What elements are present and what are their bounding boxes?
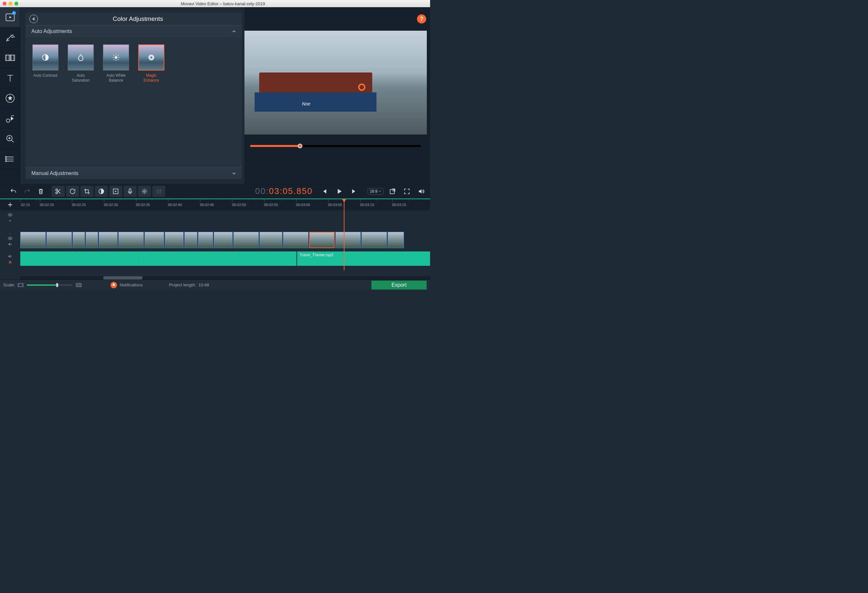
- rotate-button[interactable]: [66, 186, 79, 197]
- star-circle-icon: [148, 54, 155, 61]
- video-clip[interactable]: [283, 232, 309, 248]
- timeline-zoom-slider[interactable]: [27, 284, 72, 286]
- sidebar-callouts[interactable]: [0, 108, 20, 129]
- preset-label: Auto Saturation: [67, 73, 94, 83]
- redo-button[interactable]: [21, 186, 33, 197]
- video-clip[interactable]: [335, 232, 361, 248]
- color-adjust-button[interactable]: [95, 186, 108, 197]
- tool-sidebar: !: [0, 7, 20, 184]
- video-clip[interactable]: [86, 232, 98, 248]
- add-track-button[interactable]: [0, 199, 20, 210]
- video-clip[interactable]: [388, 232, 404, 248]
- panel-back-button[interactable]: [30, 15, 38, 23]
- maximize-window-button[interactable]: [14, 1, 18, 6]
- speaker-icon[interactable]: [7, 242, 13, 247]
- video-clip[interactable]: [99, 232, 118, 248]
- aspect-ratio-selector[interactable]: 16:9: [368, 188, 384, 195]
- link-icon[interactable]: [7, 218, 13, 223]
- notifications-label: Notifications: [120, 283, 143, 287]
- timeline-scrollbar[interactable]: [20, 276, 430, 280]
- zoom-out-timeline-icon[interactable]: [18, 283, 24, 287]
- minimize-window-button[interactable]: [9, 1, 12, 6]
- contrast-icon: [41, 54, 49, 61]
- svg-point-1: [12, 35, 13, 35]
- video-clip[interactable]: [118, 232, 144, 248]
- life-ring-icon: [358, 84, 365, 91]
- manual-adjustments-section[interactable]: Manual Adjustments: [25, 167, 242, 179]
- audio-track[interactable]: Travel_Theme.mp3: [20, 252, 430, 266]
- video-clip[interactable]: [72, 232, 85, 248]
- split-button[interactable]: [52, 186, 65, 197]
- svg-point-20: [143, 190, 145, 192]
- detach-preview-button[interactable]: [386, 186, 399, 197]
- eye-icon[interactable]: [7, 236, 13, 241]
- export-button[interactable]: Export: [371, 281, 427, 290]
- video-clip[interactable]: [185, 232, 197, 248]
- sidebar-filters[interactable]: [0, 28, 20, 48]
- progress-knob[interactable]: [298, 144, 302, 148]
- zoom-in-timeline-icon[interactable]: [76, 283, 82, 287]
- delete-button[interactable]: [35, 186, 47, 197]
- preset-magic-enhance[interactable]: Magic Enhance: [138, 44, 165, 160]
- help-button[interactable]: ?: [417, 14, 426, 24]
- svg-point-3: [12, 37, 12, 37]
- video-clip[interactable]: [20, 232, 46, 248]
- record-audio-button[interactable]: [124, 186, 137, 197]
- video-clip[interactable]: [233, 232, 259, 248]
- play-button[interactable]: [333, 186, 345, 197]
- sidebar-zoom-pan[interactable]: [0, 129, 20, 149]
- svg-point-26: [10, 238, 11, 239]
- speaker-icon[interactable]: [7, 254, 13, 259]
- preview-progress-slider[interactable]: [250, 145, 421, 147]
- undo-button[interactable]: [7, 186, 19, 197]
- sidebar-stickers[interactable]: [0, 88, 20, 108]
- crop-button[interactable]: [80, 186, 93, 197]
- audio-clip[interactable]: [20, 252, 297, 266]
- equalizer-button[interactable]: [152, 186, 165, 197]
- text-track-head: [0, 210, 20, 224]
- text-track[interactable]: [20, 210, 430, 224]
- svg-point-11: [5, 160, 6, 161]
- sidebar-titles[interactable]: [0, 68, 20, 88]
- sidebar-more[interactable]: [0, 149, 20, 169]
- video-track-icon: [7, 233, 13, 234]
- clip-properties-button[interactable]: [109, 186, 122, 197]
- clip-settings-button[interactable]: [138, 186, 151, 197]
- window-title: Movavi Video Editor – batuv-kanal-cely-2…: [18, 1, 427, 6]
- status-footer: Scale: Notifications Project length: 10:…: [0, 280, 430, 290]
- auto-adjustments-section[interactable]: Auto Adjustments: [25, 25, 242, 37]
- zoom-slider-knob[interactable]: [56, 283, 58, 287]
- preset-auto-white-balance[interactable]: Auto White Balance: [103, 44, 129, 160]
- notifications-button[interactable]: Notifications: [111, 282, 143, 288]
- timeline-ruler[interactable]: 02:15 00:02:20 00:02:25 00:02:30 00:02:3…: [0, 199, 430, 210]
- video-clip[interactable]: [165, 232, 184, 248]
- video-clip[interactable]: [46, 232, 72, 248]
- sun-icon: [112, 54, 120, 61]
- sidebar-media-import[interactable]: !: [0, 7, 20, 28]
- next-frame-button[interactable]: [348, 186, 360, 197]
- video-clip[interactable]: [362, 232, 387, 248]
- video-clip-selected[interactable]: [309, 232, 335, 248]
- scrollbar-thumb[interactable]: [103, 276, 143, 280]
- video-clip[interactable]: [145, 232, 164, 248]
- sidebar-transitions[interactable]: [0, 48, 20, 68]
- close-window-button[interactable]: [3, 1, 7, 6]
- preset-auto-saturation[interactable]: Auto Saturation: [67, 44, 94, 160]
- eye-icon[interactable]: [7, 212, 13, 218]
- preview-timecode: 00:03:05.850: [255, 186, 313, 197]
- svg-rect-4: [6, 55, 10, 60]
- video-preview[interactable]: Noe: [244, 31, 427, 134]
- video-clip[interactable]: [214, 232, 233, 248]
- video-clip[interactable]: [198, 232, 213, 248]
- video-track[interactable]: [20, 232, 430, 248]
- preset-auto-contrast[interactable]: Auto Contrast: [32, 44, 59, 160]
- prev-frame-button[interactable]: [318, 186, 331, 197]
- scale-label: Scale:: [3, 283, 15, 287]
- video-clip[interactable]: [260, 232, 282, 248]
- svg-rect-5: [10, 55, 15, 60]
- volume-button[interactable]: [415, 186, 427, 197]
- preset-label: Auto White Balance: [103, 73, 129, 83]
- fullscreen-button[interactable]: [401, 186, 413, 197]
- timeline-playhead[interactable]: [344, 199, 344, 270]
- fx-icon[interactable]: [7, 260, 13, 265]
